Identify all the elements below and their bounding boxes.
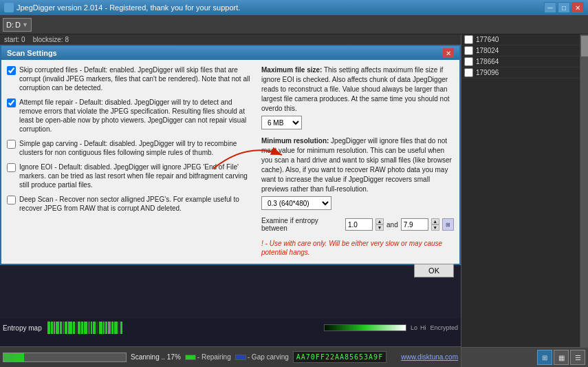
option-deep-scan: Deep Scan - Recover non sector alligned … [7,195,254,213]
scan-settings-dialog: Scan Settings ✕ Skip corrupted files - D… [0,45,461,265]
view-icon-1[interactable]: ⊞ [537,350,552,365]
start-info: start: 0 [4,36,25,43]
list-item: 178024 [461,45,580,56]
window-title: JpegDigger version 2.014 - Registered, t… [17,3,544,12]
gap-carving-checkbox[interactable] [7,140,16,149]
item-value-2: 178664 [476,58,499,65]
left-panel: start: 0 blocksize: 8 河东软件网www.orsoe.cn … [0,34,461,367]
entropy-max-down[interactable]: ▼ [431,224,439,231]
file-repair-checkbox[interactable] [7,98,16,107]
file-repair-label: Attempt file repair - Default: disabled.… [19,98,254,134]
info-bar: start: 0 blocksize: 8 [0,34,461,45]
dialog-body: Skip corrupted files - Default: enabled.… [1,60,459,283]
item-value-0: 177640 [476,36,499,43]
dialog-settings-right: Maximum file size: This setting affects … [261,65,454,277]
max-file-size-row: 1 MB 2 MB 4 MB 6 MB 8 MB 16 MB 32 MB [261,116,454,129]
entropy-and-label: and [386,221,398,229]
toolbar: D: D ▼ [0,15,588,34]
repairing-legend: - Repairing [185,353,231,361]
dialog-close-button[interactable]: ✕ [443,48,454,58]
deep-scan-label: Deep Scan - Recover non sector alligned … [19,195,254,213]
max-file-size-select[interactable]: 1 MB 2 MB 4 MB 6 MB 8 MB 16 MB 32 MB [261,116,302,129]
entropy-hi-label: Hi [420,324,426,331]
ignore-eoi-label: Ignore EOI - Default: disabled. JpegDigg… [19,162,254,189]
option-ignore-eoi: Ignore EOI - Default: disabled. JpegDigg… [7,162,254,189]
close-button[interactable]: ✕ [571,2,584,13]
content-area: start: 0 blocksize: 8 河东软件网www.orsoe.cn … [0,34,588,367]
entropy-row: Examine if entropy between ▲ ▼ and ▲ [261,217,454,232]
right-sidebar: 177640 178024 178664 179096 [461,34,588,367]
scanning-text: Scanning .. 17% [131,353,181,361]
min-resolution-block: Minimum resolution: JpegDigger will igno… [261,136,454,210]
sidebar-bottom-icons: ⊞ ▦ ☰ [461,347,588,367]
entropy-min-input[interactable] [345,218,373,231]
entropy-min-down[interactable]: ▼ [375,224,384,231]
drive-label: D: [6,21,14,29]
max-file-size-block: Maximum file size: This setting affects … [261,65,454,129]
entropy-min-spinner: ▲ ▼ [375,218,384,231]
entropy-label: Examine if entropy between [261,217,342,232]
main-content-area: 河东软件网www.orsoe.cn Scan Settings ✕ Skip c… [0,45,461,319]
min-resolution-text: Minimum resolution: JpegDigger will igno… [261,136,454,194]
dialog-options-left: Skip corrupted files - Default: enabled.… [7,65,254,277]
main-window: D: D ▼ start: 0 blocksize: 8 河东软件网www.or… [0,15,588,367]
progress-fill [3,353,24,361]
entropy-map-area: Entropy map [0,319,461,346]
gap-carving-label: Simple gap carving - Default: disabled. … [19,139,254,157]
min-resolution-row: 0.1 (320*240) 0.3 (640*480) 1.0 (1024*76… [261,196,454,210]
app-icon [4,3,14,12]
repairing-color [185,355,196,360]
minimize-button[interactable]: ─ [544,2,556,13]
entropy-map-label: Entropy map [3,324,42,332]
dialog-title-bar: Scan Settings ✕ [1,46,459,60]
file-list: 177640 178024 178664 179096 [461,34,580,347]
item-checkbox-2[interactable] [464,57,473,66]
dropdown-arrow-icon: ▼ [22,21,28,28]
ignore-eoi-checkbox[interactable] [7,163,16,172]
repairing-label: - Repairing [197,353,231,361]
max-file-size-text: Maximum file size: This setting affects … [261,65,454,114]
item-checkbox-0[interactable] [464,35,473,44]
scroll-thumb[interactable] [581,36,588,56]
view-icon-2[interactable]: ▦ [554,350,569,365]
entropy-max-up[interactable]: ▲ [431,218,439,224]
gap-carving-legend: - Gap carving [235,353,289,361]
deep-scan-checkbox[interactable] [7,196,16,205]
option-file-repair: Attempt file repair - Default: disabled.… [7,98,254,134]
progress-bar [3,353,127,362]
hex-display: AA70FF22AA85653A9F [293,351,386,363]
title-bar: JpegDigger version 2.014 - Registered, t… [0,0,588,15]
item-value-1: 178024 [476,47,499,54]
skip-corrupted-label: Skip corrupted files - Default: enabled.… [19,65,254,92]
sidebar-scrollbar[interactable] [580,34,588,347]
list-item: 179096 [461,67,580,78]
skip-corrupted-checkbox[interactable] [7,66,16,75]
maximize-button[interactable]: □ [558,2,570,13]
status-bar: Scanning .. 17% - Repairing - Gap carvin… [0,346,461,367]
warning-text: ! - Use with care only. Will be either v… [261,239,454,257]
gap-carving-label: - Gap carving [248,353,289,361]
min-resolution-select[interactable]: 0.1 (320*240) 0.3 (640*480) 1.0 (1024*76… [261,196,331,210]
dialog-title: Scan Settings [7,49,57,57]
option-gap-carving: Simple gap carving - Default: disabled. … [7,139,254,157]
window-controls: ─ □ ✕ [544,2,584,13]
gap-carving-color [235,355,246,360]
option-skip-corrupted: Skip corrupted files - Default: enabled.… [7,65,254,92]
blocksize-info: blocksize: 8 [33,36,69,43]
website-link[interactable]: www.disktuna.com [401,353,458,361]
item-value-3: 179096 [476,69,499,76]
ok-button[interactable]: OK [414,264,454,277]
entropy-icon[interactable]: ⊞ [442,218,454,231]
entropy-max-spinner: ▲ ▼ [431,218,439,231]
drive-letter: D [15,21,21,29]
entropy-encrypted-label: Encrypted [430,324,458,331]
entropy-max-input[interactable] [401,218,428,231]
item-checkbox-1[interactable] [464,46,473,55]
list-item: 177640 [461,34,580,45]
item-checkbox-3[interactable] [464,68,473,77]
entropy-lo-label: Lo [411,324,417,331]
entropy-min-up[interactable]: ▲ [375,218,384,224]
drive-selector[interactable]: D: D ▼ [3,18,32,32]
view-icon-3[interactable]: ☰ [570,350,585,365]
list-item: 178664 [461,56,580,67]
